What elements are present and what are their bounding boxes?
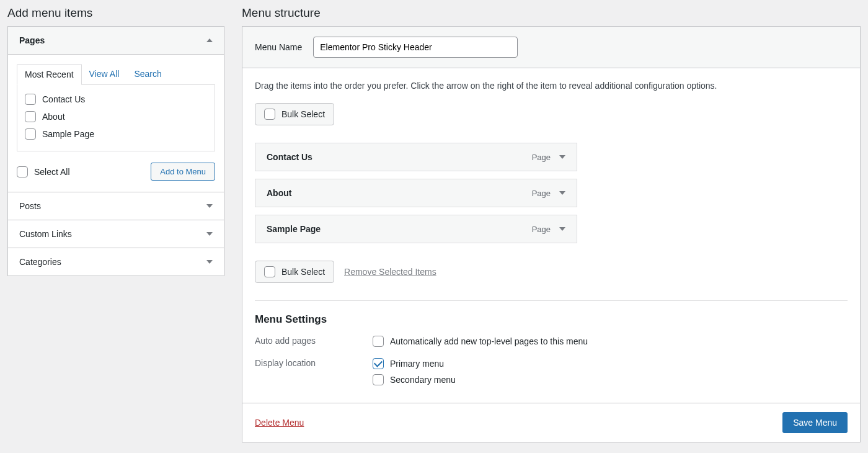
chevron-down-icon	[206, 232, 213, 236]
accordion-title: Posts	[19, 201, 41, 211]
checkbox[interactable]	[373, 336, 384, 347]
remove-selected-link[interactable]: Remove Selected Items	[344, 267, 436, 277]
bulk-select-button-top[interactable]: Bulk Select	[255, 103, 334, 125]
page-option[interactable]: Sample Page	[25, 128, 207, 140]
menu-item-title: Sample Page	[267, 224, 321, 234]
accordion-header-pages[interactable]: Pages	[8, 27, 224, 55]
tab-most-recent[interactable]: Most Recent	[17, 64, 82, 85]
menu-item[interactable]: Sample Page Page	[255, 215, 577, 243]
checkbox[interactable]	[25, 128, 36, 140]
divider	[255, 300, 848, 301]
menu-name-header: Menu Name	[242, 27, 860, 68]
location-option-secondary[interactable]: Secondary menu	[373, 374, 848, 385]
checkbox[interactable]	[25, 94, 36, 105]
checkbox[interactable]	[25, 111, 36, 122]
chevron-down-icon[interactable]	[559, 227, 565, 231]
chevron-down-icon[interactable]	[559, 191, 565, 195]
menu-item-title: About	[267, 188, 291, 198]
accordion-section-custom-links: Custom Links	[8, 220, 224, 248]
pages-tabs: Most Recent View All Search	[17, 63, 215, 85]
page-option-label: About	[42, 112, 65, 122]
chevron-down-icon[interactable]	[559, 155, 565, 159]
accordion: Pages Most Recent View All Search Contac…	[7, 26, 224, 276]
delete-menu-link[interactable]: Delete Menu	[255, 418, 304, 428]
menu-name-input[interactable]	[313, 37, 518, 58]
checkbox[interactable]	[264, 109, 275, 120]
add-menu-items-heading: Add menu items	[7, 6, 224, 20]
select-all-label: Select All	[34, 167, 70, 177]
display-location-label: Display location	[255, 358, 373, 368]
bulk-select-label: Bulk Select	[281, 109, 325, 119]
accordion-header-categories[interactable]: Categories	[8, 248, 224, 276]
auto-add-option[interactable]: Automatically add new top-level pages to…	[373, 336, 848, 347]
checkbox[interactable]	[373, 374, 384, 385]
accordion-title: Pages	[19, 35, 45, 45]
location-option-primary[interactable]: Primary menu	[373, 358, 848, 369]
checkbox[interactable]	[17, 166, 28, 177]
menu-name-label: Menu Name	[255, 42, 302, 52]
tab-view-all[interactable]: View All	[82, 64, 127, 85]
accordion-title: Categories	[19, 257, 61, 267]
accordion-section-posts: Posts	[8, 192, 224, 220]
help-text: Drag the items into the order you prefer…	[255, 81, 848, 91]
menu-settings-heading: Menu Settings	[255, 313, 848, 326]
menu-item-type: Page	[532, 189, 551, 198]
tab-search[interactable]: Search	[126, 64, 169, 85]
page-option[interactable]: About	[25, 111, 207, 122]
accordion-section-pages: Pages Most Recent View All Search Contac…	[8, 27, 224, 192]
page-option-label: Contact Us	[42, 94, 85, 104]
menu-item-title: Contact Us	[267, 152, 312, 162]
chevron-down-icon	[206, 204, 213, 208]
select-all-row[interactable]: Select All	[17, 166, 70, 177]
option-label: Secondary menu	[390, 375, 456, 385]
add-to-menu-button[interactable]: Add to Menu	[151, 163, 215, 181]
checkbox[interactable]	[264, 266, 275, 277]
accordion-header-custom-links[interactable]: Custom Links	[8, 220, 224, 248]
menu-item[interactable]: About Page	[255, 179, 577, 207]
accordion-title: Custom Links	[19, 229, 72, 239]
auto-add-pages-label: Auto add pages	[255, 336, 373, 346]
pages-list: Contact Us About Sample Page	[17, 85, 215, 151]
chevron-down-icon	[206, 260, 213, 264]
save-menu-button[interactable]: Save Menu	[782, 412, 848, 433]
option-label: Primary menu	[390, 359, 444, 369]
menu-items-list: Contact Us Page About Page	[255, 143, 577, 243]
menu-structure-box: Menu Name Drag the items into the order …	[242, 26, 861, 442]
bulk-select-label: Bulk Select	[281, 267, 325, 277]
page-option-label: Sample Page	[42, 129, 94, 139]
menu-structure-heading: Menu structure	[242, 6, 861, 20]
checkbox[interactable]	[373, 358, 384, 369]
menu-item[interactable]: Contact Us Page	[255, 143, 577, 171]
menu-item-type: Page	[532, 225, 551, 234]
accordion-header-posts[interactable]: Posts	[8, 192, 224, 220]
accordion-section-categories: Categories	[8, 248, 224, 276]
option-label: Automatically add new top-level pages to…	[390, 336, 588, 346]
page-option[interactable]: Contact Us	[25, 94, 207, 105]
bulk-select-button-bottom[interactable]: Bulk Select	[255, 261, 334, 283]
menu-item-type: Page	[532, 153, 551, 162]
chevron-up-icon	[206, 38, 213, 42]
